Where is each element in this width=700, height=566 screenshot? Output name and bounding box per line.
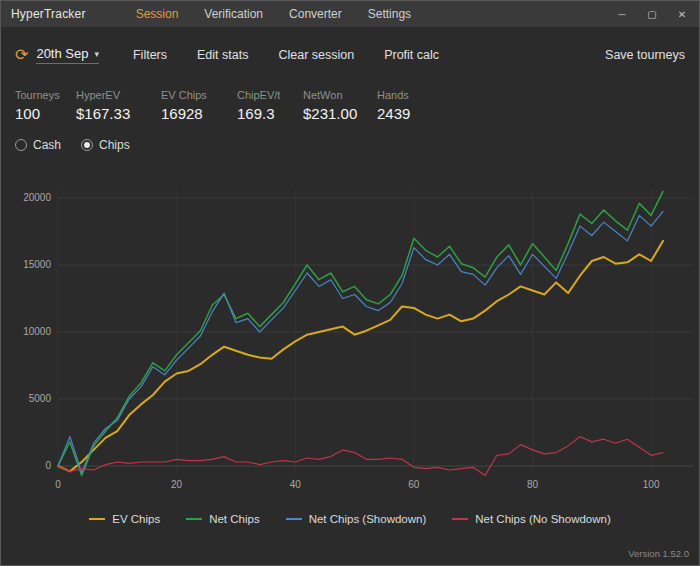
- main-menu: Session Verification Converter Settings: [136, 7, 411, 21]
- radio-icon: [81, 139, 93, 151]
- svg-text:20: 20: [171, 479, 183, 490]
- svg-text:15000: 15000: [23, 259, 51, 270]
- window-controls: ─ ▢ ✕: [615, 9, 689, 20]
- stat-label: NetWon: [303, 89, 377, 101]
- svg-text:20000: 20000: [23, 192, 51, 203]
- stat-label: Hands: [377, 89, 437, 101]
- stat-label: ChipEV/t: [237, 89, 303, 101]
- legend-label: Net Chips (No Showdown): [475, 513, 611, 525]
- stat-value: $167.33: [76, 105, 161, 122]
- stats-panel: Tourneys 100 HyperEV $167.33 EV Chips 16…: [1, 89, 699, 122]
- legend-line-icon: [452, 518, 468, 520]
- save-tourneys-button[interactable]: Save tourneys: [605, 48, 685, 62]
- toolbar-buttons: Filters Edit stats Clear session Profit …: [133, 48, 439, 62]
- clear-session-button[interactable]: Clear session: [278, 48, 354, 62]
- version-label: Version 1.52.0: [628, 548, 689, 559]
- svg-text:0: 0: [45, 460, 51, 471]
- stat-label: HyperEV: [76, 89, 161, 101]
- legend-label: Net Chips: [209, 513, 260, 525]
- radio-label: Chips: [99, 138, 130, 152]
- svg-text:10000: 10000: [23, 326, 51, 337]
- stat-ev-chips: EV Chips 16928: [161, 89, 237, 122]
- edit-stats-button[interactable]: Edit stats: [197, 48, 248, 62]
- stat-tourneys: Tourneys 100: [15, 89, 76, 122]
- chart-canvas: 02040608010005000100001500020000: [1, 181, 700, 503]
- svg-text:40: 40: [290, 479, 302, 490]
- stat-value: 2439: [377, 105, 437, 122]
- legend-line-icon: [286, 518, 302, 520]
- chart-legend: EV Chips Net Chips Net Chips (Showdown) …: [1, 513, 699, 525]
- radio-icon: [15, 139, 27, 151]
- svg-text:80: 80: [527, 479, 539, 490]
- titlebar: HyperTracker Session Verification Conver…: [1, 1, 699, 27]
- stat-value: 16928: [161, 105, 237, 122]
- chevron-down-icon: ▾: [94, 49, 99, 59]
- legend-item-net-chips-showdown: Net Chips (Showdown): [286, 513, 427, 525]
- menu-settings[interactable]: Settings: [368, 7, 411, 21]
- menu-session[interactable]: Session: [136, 7, 179, 21]
- display-mode-toggles: Cash Chips: [1, 138, 699, 152]
- legend-item-ev-chips: EV Chips: [89, 513, 160, 525]
- stat-hands: Hands 2439: [377, 89, 437, 122]
- legend-label: EV Chips: [112, 513, 160, 525]
- svg-text:100: 100: [643, 479, 660, 490]
- radio-label: Cash: [33, 138, 61, 152]
- toolbar: ⟳ 20th Sep ▾ Filters Edit stats Clear se…: [1, 41, 699, 69]
- session-date-dropdown[interactable]: 20th Sep ▾: [36, 46, 99, 64]
- legend-item-net-chips-no-showdown: Net Chips (No Showdown): [452, 513, 611, 525]
- svg-text:0: 0: [55, 479, 61, 490]
- app-window: HyperTracker Session Verification Conver…: [0, 0, 700, 566]
- minimize-icon[interactable]: ─: [615, 9, 629, 20]
- app-title: HyperTracker: [11, 7, 86, 21]
- session-date-label: 20th Sep: [36, 46, 88, 61]
- svg-text:60: 60: [408, 479, 420, 490]
- legend-label: Net Chips (Showdown): [309, 513, 427, 525]
- session-chart: 02040608010005000100001500020000: [1, 181, 700, 503]
- radio-cash[interactable]: Cash: [15, 138, 61, 152]
- maximize-icon[interactable]: ▢: [645, 9, 659, 20]
- stat-value: $231.00: [303, 105, 377, 122]
- stat-value: 169.3: [237, 105, 303, 122]
- legend-item-net-chips: Net Chips: [186, 513, 260, 525]
- stat-label: Tourneys: [15, 89, 76, 101]
- menu-converter[interactable]: Converter: [289, 7, 342, 21]
- filters-button[interactable]: Filters: [133, 48, 167, 62]
- close-icon[interactable]: ✕: [675, 9, 689, 20]
- legend-line-icon: [186, 518, 202, 520]
- stat-chipev-t: ChipEV/t 169.3: [237, 89, 303, 122]
- stat-netwon: NetWon $231.00: [303, 89, 377, 122]
- radio-chips[interactable]: Chips: [81, 138, 130, 152]
- svg-text:5000: 5000: [29, 393, 52, 404]
- stat-value: 100: [15, 105, 76, 122]
- refresh-icon[interactable]: ⟳: [15, 47, 28, 63]
- profit-calc-button[interactable]: Profit calc: [384, 48, 439, 62]
- stat-hyperev: HyperEV $167.33: [76, 89, 161, 122]
- legend-line-icon: [89, 518, 105, 520]
- menu-verification[interactable]: Verification: [204, 7, 263, 21]
- stat-label: EV Chips: [161, 89, 237, 101]
